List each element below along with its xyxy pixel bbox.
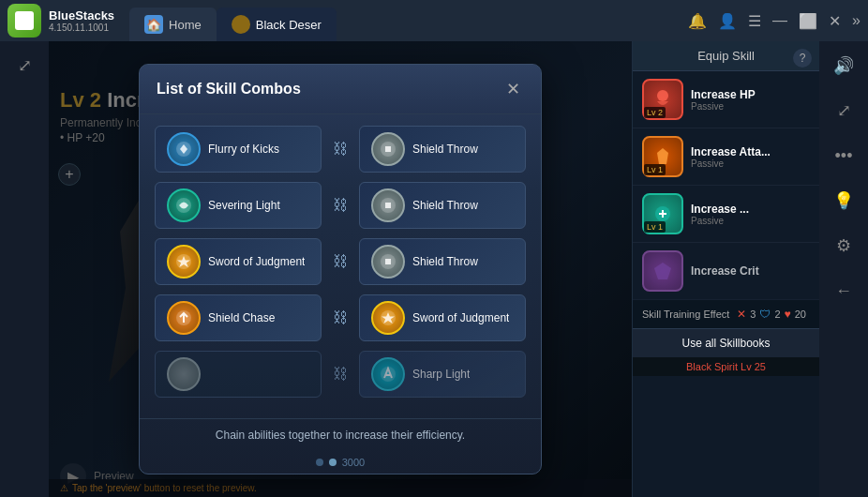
skill-slot-1[interactable]: Lv 2 Increase HP Passive [633, 71, 819, 128]
notify-icon[interactable]: 🔔 [688, 12, 707, 30]
tab-game-label: Black Deser [256, 18, 322, 32]
scroll-dot-1 [316, 459, 323, 466]
slot-name-1: Increase HP [691, 88, 810, 101]
account-icon[interactable]: 👤 [718, 12, 737, 30]
combo-row-3: Sword of Judgment ⛓ Shield Throw [155, 238, 526, 285]
combo-icon-3b [371, 245, 405, 279]
slot-info-3: Increase ... Passive [691, 203, 810, 226]
effect-x: ✕ [737, 308, 746, 321]
combo-skill-5a[interactable] [155, 351, 322, 398]
combo-skill-2b[interactable]: Shield Throw [359, 182, 526, 229]
light-icon[interactable]: 💡 [827, 184, 861, 218]
effect-heart: ♥ [785, 308, 791, 321]
combo-icon-3a [167, 245, 201, 279]
modal-overlay[interactable]: List of Skill Combos ✕ Flurry of Kicks ⛓ [49, 41, 632, 497]
skill-combos-modal: List of Skill Combos ✕ Flurry of Kicks ⛓ [139, 64, 542, 474]
left-sidebar: ⤢ [0, 41, 49, 497]
left-strip-icon-1[interactable]: ⤢ [7, 49, 41, 83]
back-strip-icon[interactable]: ← [827, 274, 861, 308]
slot-info-1: Increase HP Passive [691, 88, 810, 112]
chain-icon-3: ⛓ [329, 253, 352, 270]
slot-type-2: Passive [691, 158, 810, 169]
combo-name-3b: Shield Throw [412, 255, 478, 268]
combo-icon-5a [167, 357, 201, 391]
tab-home[interactable]: 🏠 Home [129, 8, 217, 41]
slot-icon-2: Lv 1 [642, 136, 683, 177]
black-spirit-bar: Black Spirit Lv 25 [633, 357, 819, 376]
bluestacks-logo [7, 4, 41, 38]
combo-icon-2a [167, 188, 201, 222]
combo-icon-5b [371, 357, 405, 391]
slot-name-2: Increase Atta... [691, 145, 810, 158]
combo-name-2b: Shield Throw [412, 199, 478, 212]
combo-name-1b: Shield Throw [412, 143, 478, 156]
main-content: ← Skills 40/40 0 0 2,055 [49, 41, 632, 497]
more-options-icon[interactable]: ••• [827, 139, 861, 173]
home-icon: 🏠 [144, 15, 163, 34]
training-effect: Skill Training Effect ✕ 3 🛡 2 ♥ 20 [633, 300, 819, 328]
combo-skill-4a[interactable]: Shield Chase [155, 294, 322, 341]
menu-icon[interactable]: ☰ [748, 12, 761, 30]
effect-shield-value: 2 [774, 309, 780, 320]
slot-info-2: Increase Atta... Passive [691, 145, 810, 169]
close-icon[interactable]: ✕ [829, 12, 841, 30]
tab-game[interactable]: Black Deser [217, 8, 337, 41]
tab-bar: 🏠 Home Black Deser [129, 0, 681, 41]
sound-icon[interactable]: 🔊 [827, 49, 861, 83]
modal-footer: Chain abilities together to increase the… [140, 418, 541, 451]
maximize-icon[interactable]: ⬜ [799, 12, 817, 30]
combo-row-4: Shield Chase ⛓ Sword of Judgment [155, 294, 526, 341]
combo-icon-4a [167, 301, 201, 335]
svg-marker-12 [654, 263, 671, 279]
combo-row-2: Severing Light ⛓ Shield Throw [155, 182, 526, 229]
app-version: 4.150.11.1001 [49, 23, 114, 33]
modal-header: List of Skill Combos ✕ [140, 65, 541, 114]
combo-name-3a: Sword of Judgment [208, 255, 305, 268]
skill-slot-2[interactable]: Lv 1 Increase Atta... Passive [633, 128, 819, 186]
slot-lv-badge-2: Lv 1 [644, 164, 666, 175]
combo-skill-5b[interactable]: Sharp Light [359, 351, 526, 398]
minimize-icon[interactable]: — [772, 12, 787, 29]
combo-name-1a: Flurry of Kicks [208, 143, 279, 156]
help-button[interactable]: ? [793, 49, 812, 68]
combo-skill-4b[interactable]: Sword of Judgment [359, 294, 526, 341]
use-skillbooks-button[interactable]: Use all Skillbooks [633, 328, 819, 357]
skill-slot-3[interactable]: Lv 1 Increase ... Passive [633, 186, 819, 243]
modal-body: Flurry of Kicks ⛓ Shield Throw [140, 114, 541, 418]
slot-icon-1: Lv 2 [642, 79, 683, 120]
slot-name-4: Increase Crit [691, 264, 810, 278]
slot-type-3: Passive [691, 216, 810, 226]
chain-icon-1: ⛓ [329, 141, 352, 158]
combo-skill-1b[interactable]: Shield Throw [359, 126, 526, 173]
combo-name-2a: Severing Light [208, 199, 280, 212]
combo-icon-1b [371, 132, 405, 166]
game-icon [232, 15, 250, 34]
slot-lv-badge-1: Lv 2 [644, 107, 666, 118]
combo-icon-1a [167, 132, 201, 166]
settings-icon[interactable]: ⚙ [827, 229, 861, 263]
slot-info-4: Increase Crit [691, 264, 810, 278]
right-strip: 🔊 ⤢ ••• 💡 ⚙ ← [819, 41, 868, 497]
combo-skill-3b[interactable]: Shield Throw [359, 238, 526, 285]
skill-slot-4[interactable]: Increase Crit [633, 243, 819, 300]
slot-lv-badge-3: Lv 1 [644, 221, 666, 233]
combo-row-1: Flurry of Kicks ⛓ Shield Throw [155, 126, 526, 173]
scroll-dot-2 [329, 459, 337, 466]
combo-skill-2a[interactable]: Severing Light [155, 182, 322, 229]
scroll-value: 3000 [342, 457, 365, 468]
chain-icon-4: ⛓ [329, 309, 352, 326]
app-name: BlueStacks [49, 8, 114, 23]
effect-icons: ✕ 3 🛡 2 ♥ 20 [737, 308, 806, 321]
fullscreen-icon[interactable]: ⤢ [827, 94, 861, 128]
expand-icon[interactable]: » [852, 12, 861, 29]
training-label: Skill Training Effect [642, 309, 729, 320]
modal-close-button[interactable]: ✕ [501, 78, 524, 100]
combo-skill-3a[interactable]: Sword of Judgment [155, 238, 322, 285]
effect-shield: 🛡 [759, 308, 771, 321]
combo-skill-1a[interactable]: Flurry of Kicks [155, 126, 322, 173]
combo-name-4a: Shield Chase [208, 311, 275, 324]
equip-skill-title: Equip Skill [697, 49, 755, 63]
tab-home-label: Home [169, 18, 202, 32]
combo-name-5b: Sharp Light [412, 368, 470, 381]
right-panel: Equip Skill ? Lv 2 Increase HP Passive L… [632, 41, 819, 497]
